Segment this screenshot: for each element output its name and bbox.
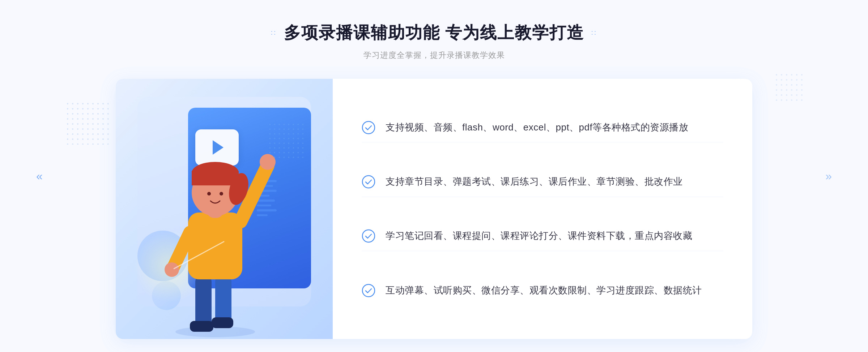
- svg-point-19: [362, 176, 375, 188]
- page-container: « ∷ 多项录播课辅助功能 专为线上教学打造 ∷ 学习进度全掌握，提升录播课教学…: [0, 0, 868, 352]
- dots-decoration-right: [774, 72, 803, 101]
- feature-item-4: 互动弹幕、试听购买、微信分享、观看次数限制、学习进度跟踪、数据统计: [362, 276, 723, 305]
- feature-text-4: 互动弹幕、试听购买、微信分享、观看次数限制、学习进度跟踪、数据统计: [386, 283, 702, 298]
- feature-text-2: 支持章节目录、弹题考试、课后练习、课后作业、章节测验、批改作业: [386, 174, 683, 189]
- feature-item-3: 学习笔记回看、课程提问、课程评论打分、课件资料下载，重点内容收藏: [362, 221, 723, 251]
- svg-point-15: [260, 154, 276, 170]
- check-circle-icon-2: [362, 175, 375, 189]
- svg-point-18: [362, 121, 375, 134]
- main-content-card: 支持视频、音频、flash、word、excel、ppt、pdf等各种格式的资源…: [116, 79, 752, 339]
- person-illustration: [152, 129, 278, 339]
- arrow-right-icon[interactable]: »: [825, 169, 832, 183]
- feature-item-2: 支持章节目录、弹题考试、课后练习、课后作业、章节测验、批改作业: [362, 167, 723, 197]
- feature-item-1: 支持视频、音频、flash、word、excel、ppt、pdf等各种格式的资源…: [362, 113, 723, 143]
- svg-point-13: [207, 192, 211, 196]
- header-section: ∷ 多项录播课辅助功能 专为线上教学打造 ∷ 学习进度全掌握，提升录播课教学效果: [271, 22, 597, 61]
- feature-text-1: 支持视频、音频、flash、word、excel、ppt、pdf等各种格式的资源…: [386, 120, 688, 135]
- header-deco-left: ∷: [271, 29, 277, 37]
- features-area: 支持视频、音频、flash、word、excel、ppt、pdf等各种格式的资源…: [333, 79, 752, 339]
- svg-rect-3: [190, 321, 213, 332]
- svg-point-14: [220, 192, 223, 196]
- feature-text-3: 学习笔记回看、课程提问、课程评论打分、课件资料下载，重点内容收藏: [386, 228, 692, 244]
- dots-decoration-left: [65, 101, 109, 145]
- page-title: 多项录播课辅助功能 专为线上教学打造: [284, 22, 584, 44]
- page-subtitle: 学习进度全掌握，提升录播课教学效果: [271, 50, 597, 61]
- svg-point-16: [165, 262, 179, 277]
- svg-point-20: [362, 230, 375, 242]
- arrow-left-icon[interactable]: «: [36, 169, 43, 183]
- check-circle-icon-1: [362, 121, 375, 134]
- check-circle-icon-4: [362, 284, 375, 297]
- svg-rect-4: [212, 317, 233, 328]
- illustration-area: [116, 79, 333, 339]
- header-deco-right: ∷: [591, 29, 597, 37]
- svg-point-21: [362, 284, 375, 297]
- header-title-row: ∷ 多项录播课辅助功能 专为线上教学打造 ∷: [271, 22, 597, 44]
- check-circle-icon-3: [362, 229, 375, 243]
